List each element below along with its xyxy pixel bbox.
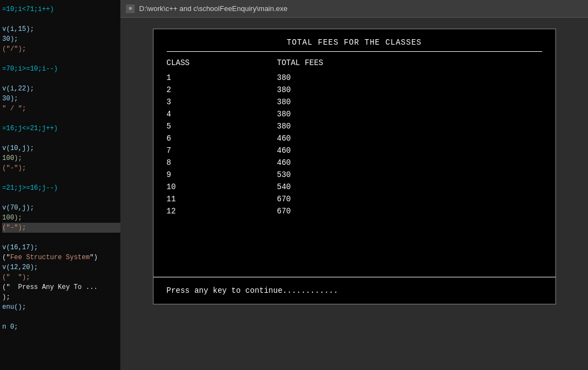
code-line bbox=[2, 74, 120, 84]
code-line bbox=[2, 312, 120, 322]
code-line bbox=[2, 193, 120, 203]
table-row: 4 380 bbox=[167, 108, 542, 120]
header-fees: TOTAL FEES bbox=[277, 58, 360, 67]
class-value: 7 bbox=[167, 144, 277, 157]
code-line: =21;j>=16;j--) bbox=[2, 183, 120, 193]
code-line: n 0; bbox=[2, 322, 120, 332]
table-row: 8 460 bbox=[167, 157, 542, 169]
fees-value: 460 bbox=[277, 157, 360, 169]
code-line: ("Fee Structure System") bbox=[2, 253, 120, 262]
table-row: 3 380 bbox=[167, 96, 542, 108]
code-line: 100); bbox=[2, 213, 120, 223]
console-divider bbox=[167, 51, 542, 52]
table-row: 12 670 bbox=[167, 205, 542, 217]
table-row: 7 460 bbox=[167, 144, 542, 157]
fees-value: 380 bbox=[277, 120, 360, 132]
console-footer: Press any key to continue............ bbox=[153, 282, 555, 304]
code-line: ("/"); bbox=[2, 44, 120, 54]
code-line: v(70,j); bbox=[2, 203, 120, 213]
fees-value: 460 bbox=[277, 132, 360, 144]
fees-value: 380 bbox=[277, 108, 360, 120]
code-line: v(10,j); bbox=[2, 143, 120, 153]
code-line: ("-"); bbox=[2, 163, 120, 173]
console-footer-divider bbox=[153, 277, 555, 277]
table-row: 5 380 bbox=[167, 120, 542, 132]
code-line: ("-"); bbox=[2, 223, 120, 233]
fees-value: 460 bbox=[277, 144, 360, 157]
console-area: TOTAL FEES FOR THE CLASSES CLASS TOTAL F… bbox=[120, 18, 588, 348]
table-row: 11 670 bbox=[167, 193, 542, 205]
class-value: 12 bbox=[167, 205, 277, 217]
code-panel: =10;i<71;i++) v(i,15); 30); ("/"); =70;i… bbox=[0, 0, 120, 370]
class-value: 1 bbox=[167, 72, 277, 84]
class-value: 11 bbox=[167, 193, 277, 205]
class-value: 9 bbox=[167, 169, 277, 181]
code-line bbox=[2, 133, 120, 143]
fees-value: 540 bbox=[277, 181, 360, 193]
window-icon: ■ bbox=[126, 4, 135, 13]
code-line: =70;i>=10;i--) bbox=[2, 64, 120, 74]
console-title: TOTAL FEES FOR THE CLASSES bbox=[167, 38, 542, 47]
code-line: (" Press Any Key To ... bbox=[2, 282, 120, 292]
code-line: 30); bbox=[2, 34, 120, 44]
window-title: D:\work\c++ and c\schoolFeeEnquiry\main.… bbox=[139, 4, 288, 13]
class-value: 3 bbox=[167, 96, 277, 108]
code-line bbox=[2, 54, 120, 64]
bottom-area bbox=[120, 348, 588, 370]
code-line: " / "; bbox=[2, 104, 120, 114]
code-line: ); bbox=[2, 292, 120, 302]
code-line bbox=[2, 233, 120, 243]
class-value: 2 bbox=[167, 84, 277, 96]
title-bar: ■ D:\work\c++ and c\schoolFeeEnquiry\mai… bbox=[120, 0, 588, 18]
console-header-row: CLASS TOTAL FEES bbox=[167, 58, 542, 67]
class-value: 8 bbox=[167, 157, 277, 169]
code-line bbox=[2, 114, 120, 124]
code-line: =16;j<=21;j++) bbox=[2, 124, 120, 133]
class-value: 6 bbox=[167, 132, 277, 144]
code-line: v(i,22); bbox=[2, 84, 120, 94]
code-line: 30); bbox=[2, 94, 120, 104]
fees-value: 380 bbox=[277, 72, 360, 84]
code-line: v(i,15); bbox=[2, 24, 120, 34]
console-window: TOTAL FEES FOR THE CLASSES CLASS TOTAL F… bbox=[153, 29, 556, 304]
code-line bbox=[2, 173, 120, 183]
console-data-rows: 1 380 2 380 3 380 4 380 5 380 6 460 7 46… bbox=[167, 72, 542, 217]
code-line: v(12,20); bbox=[2, 262, 120, 272]
table-row: 1 380 bbox=[167, 72, 542, 84]
header-class: CLASS bbox=[167, 58, 277, 67]
fees-value: 670 bbox=[277, 205, 360, 217]
code-line: 100); bbox=[2, 153, 120, 163]
table-row: 2 380 bbox=[167, 84, 542, 96]
code-line: enu(); bbox=[2, 302, 120, 312]
class-value: 10 bbox=[167, 181, 277, 193]
fees-value: 380 bbox=[277, 84, 360, 96]
table-row: 10 540 bbox=[167, 181, 542, 193]
console-content: TOTAL FEES FOR THE CLASSES CLASS TOTAL F… bbox=[153, 29, 555, 270]
press-any-key-text: Press any key to continue............ bbox=[167, 286, 338, 295]
fees-value: 380 bbox=[277, 96, 360, 108]
code-line: =10;i<71;i++) bbox=[2, 4, 120, 14]
code-line bbox=[2, 14, 120, 24]
table-row: 9 530 bbox=[167, 169, 542, 181]
class-value: 5 bbox=[167, 120, 277, 132]
table-row: 6 460 bbox=[167, 132, 542, 144]
right-panel: ■ D:\work\c++ and c\schoolFeeEnquiry\mai… bbox=[120, 0, 588, 370]
code-line: (" "); bbox=[2, 272, 120, 282]
code-line: v(16,17); bbox=[2, 243, 120, 253]
fees-value: 670 bbox=[277, 193, 360, 205]
class-value: 4 bbox=[167, 108, 277, 120]
fees-value: 530 bbox=[277, 169, 360, 181]
